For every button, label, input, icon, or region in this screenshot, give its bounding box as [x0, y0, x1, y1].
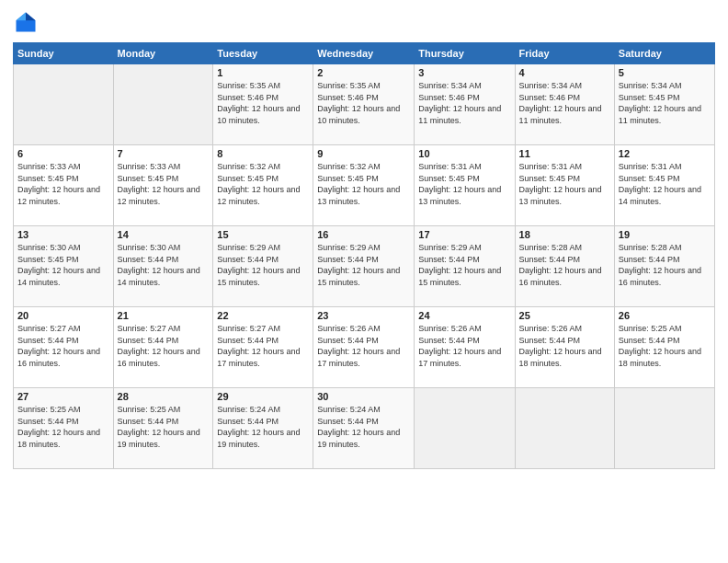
day-info: Sunrise: 5:29 AM Sunset: 5:44 PM Dayligh…: [317, 242, 410, 288]
day-number: 14: [118, 229, 210, 240]
calendar-cell: [614, 388, 714, 469]
day-number: 19: [619, 229, 711, 240]
calendar-cell: 20Sunrise: 5:27 AM Sunset: 5:44 PM Dayli…: [14, 307, 114, 388]
svg-marker-1: [26, 13, 36, 21]
day-number: 4: [519, 67, 610, 78]
day-number: 10: [418, 148, 510, 159]
calendar-week-row: 1Sunrise: 5:35 AM Sunset: 5:46 PM Daylig…: [14, 64, 715, 145]
calendar-cell: 12Sunrise: 5:31 AM Sunset: 5:45 PM Dayli…: [614, 145, 714, 226]
day-info: Sunrise: 5:25 AM Sunset: 5:44 PM Dayligh…: [17, 404, 109, 450]
day-number: 20: [17, 310, 109, 321]
calendar-cell: 13Sunrise: 5:30 AM Sunset: 5:45 PM Dayli…: [14, 226, 114, 307]
calendar-cell: 16Sunrise: 5:29 AM Sunset: 5:44 PM Dayli…: [313, 226, 415, 307]
day-number: 7: [118, 148, 210, 159]
calendar-cell: [14, 64, 114, 145]
day-number: 6: [17, 148, 109, 159]
day-info: Sunrise: 5:32 AM Sunset: 5:45 PM Dayligh…: [217, 161, 309, 207]
calendar-cell: 6Sunrise: 5:33 AM Sunset: 5:45 PM Daylig…: [14, 145, 114, 226]
day-info: Sunrise: 5:24 AM Sunset: 5:44 PM Dayligh…: [217, 404, 309, 450]
calendar-cell: 22Sunrise: 5:27 AM Sunset: 5:44 PM Dayli…: [213, 307, 313, 388]
calendar-cell: [415, 388, 515, 469]
calendar-cell: 26Sunrise: 5:25 AM Sunset: 5:44 PM Dayli…: [614, 307, 714, 388]
calendar-cell: 19Sunrise: 5:28 AM Sunset: 5:44 PM Dayli…: [614, 226, 714, 307]
day-info: Sunrise: 5:33 AM Sunset: 5:45 PM Dayligh…: [118, 161, 210, 207]
weekday-header-sunday: Sunday: [14, 43, 114, 64]
weekday-header-monday: Monday: [113, 43, 213, 64]
day-info: Sunrise: 5:29 AM Sunset: 5:44 PM Dayligh…: [217, 242, 309, 288]
day-info: Sunrise: 5:25 AM Sunset: 5:44 PM Dayligh…: [118, 404, 210, 450]
day-number: 26: [619, 310, 711, 321]
calendar-week-row: 20Sunrise: 5:27 AM Sunset: 5:44 PM Dayli…: [14, 307, 715, 388]
day-info: Sunrise: 5:32 AM Sunset: 5:45 PM Dayligh…: [317, 161, 410, 207]
day-number: 8: [217, 148, 309, 159]
calendar-week-row: 6Sunrise: 5:33 AM Sunset: 5:45 PM Daylig…: [14, 145, 715, 226]
day-number: 2: [317, 67, 410, 78]
day-info: Sunrise: 5:25 AM Sunset: 5:44 PM Dayligh…: [619, 323, 711, 369]
day-number: 1: [217, 67, 309, 78]
calendar-table: SundayMondayTuesdayWednesdayThursdayFrid…: [13, 42, 715, 469]
day-number: 15: [217, 229, 309, 240]
day-number: 13: [17, 229, 109, 240]
page: SundayMondayTuesdayWednesdayThursdayFrid…: [0, 0, 728, 563]
calendar-cell: 21Sunrise: 5:27 AM Sunset: 5:44 PM Dayli…: [113, 307, 213, 388]
day-info: Sunrise: 5:34 AM Sunset: 5:45 PM Dayligh…: [619, 80, 711, 126]
day-info: Sunrise: 5:27 AM Sunset: 5:44 PM Dayligh…: [217, 323, 309, 369]
day-number: 12: [619, 148, 711, 159]
day-number: 21: [118, 310, 210, 321]
calendar-cell: 5Sunrise: 5:34 AM Sunset: 5:45 PM Daylig…: [614, 64, 714, 145]
day-info: Sunrise: 5:34 AM Sunset: 5:46 PM Dayligh…: [418, 80, 510, 126]
calendar-cell: 11Sunrise: 5:31 AM Sunset: 5:45 PM Dayli…: [515, 145, 614, 226]
day-info: Sunrise: 5:26 AM Sunset: 5:44 PM Dayligh…: [418, 323, 510, 369]
day-info: Sunrise: 5:31 AM Sunset: 5:45 PM Dayligh…: [519, 161, 610, 207]
calendar-cell: 9Sunrise: 5:32 AM Sunset: 5:45 PM Daylig…: [313, 145, 415, 226]
day-info: Sunrise: 5:26 AM Sunset: 5:44 PM Dayligh…: [519, 323, 610, 369]
day-info: Sunrise: 5:31 AM Sunset: 5:45 PM Dayligh…: [418, 161, 510, 207]
calendar-week-row: 13Sunrise: 5:30 AM Sunset: 5:45 PM Dayli…: [14, 226, 715, 307]
calendar-cell: [113, 64, 213, 145]
day-info: Sunrise: 5:30 AM Sunset: 5:45 PM Dayligh…: [17, 242, 109, 288]
calendar-cell: 4Sunrise: 5:34 AM Sunset: 5:46 PM Daylig…: [515, 64, 614, 145]
day-info: Sunrise: 5:34 AM Sunset: 5:46 PM Dayligh…: [519, 80, 610, 126]
day-number: 24: [418, 310, 510, 321]
logo-icon: [13, 9, 39, 35]
weekday-header-friday: Friday: [515, 43, 614, 64]
day-number: 16: [317, 229, 410, 240]
calendar-cell: 17Sunrise: 5:29 AM Sunset: 5:44 PM Dayli…: [415, 226, 515, 307]
day-number: 11: [519, 148, 610, 159]
day-number: 23: [317, 310, 410, 321]
day-number: 28: [118, 391, 210, 402]
header: [13, 9, 715, 35]
day-number: 18: [519, 229, 610, 240]
day-info: Sunrise: 5:27 AM Sunset: 5:44 PM Dayligh…: [17, 323, 109, 369]
day-info: Sunrise: 5:27 AM Sunset: 5:44 PM Dayligh…: [118, 323, 210, 369]
day-info: Sunrise: 5:28 AM Sunset: 5:44 PM Dayligh…: [619, 242, 711, 288]
calendar-cell: 7Sunrise: 5:33 AM Sunset: 5:45 PM Daylig…: [113, 145, 213, 226]
weekday-header-wednesday: Wednesday: [313, 43, 415, 64]
calendar-cell: 29Sunrise: 5:24 AM Sunset: 5:44 PM Dayli…: [213, 388, 313, 469]
calendar-cell: 10Sunrise: 5:31 AM Sunset: 5:45 PM Dayli…: [415, 145, 515, 226]
calendar-cell: 14Sunrise: 5:30 AM Sunset: 5:44 PM Dayli…: [113, 226, 213, 307]
calendar-cell: 23Sunrise: 5:26 AM Sunset: 5:44 PM Dayli…: [313, 307, 415, 388]
day-info: Sunrise: 5:26 AM Sunset: 5:44 PM Dayligh…: [317, 323, 410, 369]
weekday-header-thursday: Thursday: [415, 43, 515, 64]
day-number: 30: [317, 391, 410, 402]
day-info: Sunrise: 5:28 AM Sunset: 5:44 PM Dayligh…: [519, 242, 610, 288]
day-number: 9: [317, 148, 410, 159]
calendar-header: SundayMondayTuesdayWednesdayThursdayFrid…: [14, 43, 715, 64]
calendar-cell: 18Sunrise: 5:28 AM Sunset: 5:44 PM Dayli…: [515, 226, 614, 307]
day-number: 22: [217, 310, 309, 321]
day-info: Sunrise: 5:35 AM Sunset: 5:46 PM Dayligh…: [217, 80, 309, 126]
calendar-cell: 28Sunrise: 5:25 AM Sunset: 5:44 PM Dayli…: [113, 388, 213, 469]
calendar-cell: 15Sunrise: 5:29 AM Sunset: 5:44 PM Dayli…: [213, 226, 313, 307]
logo: [13, 9, 42, 35]
day-number: 27: [17, 391, 109, 402]
svg-marker-2: [17, 13, 27, 21]
day-info: Sunrise: 5:31 AM Sunset: 5:45 PM Dayligh…: [619, 161, 711, 207]
calendar-cell: 8Sunrise: 5:32 AM Sunset: 5:45 PM Daylig…: [213, 145, 313, 226]
calendar-cell: 30Sunrise: 5:24 AM Sunset: 5:44 PM Dayli…: [313, 388, 415, 469]
weekday-header-saturday: Saturday: [614, 43, 714, 64]
day-number: 17: [418, 229, 510, 240]
calendar-cell: [515, 388, 614, 469]
calendar-cell: 1Sunrise: 5:35 AM Sunset: 5:46 PM Daylig…: [213, 64, 313, 145]
day-info: Sunrise: 5:33 AM Sunset: 5:45 PM Dayligh…: [17, 161, 109, 207]
